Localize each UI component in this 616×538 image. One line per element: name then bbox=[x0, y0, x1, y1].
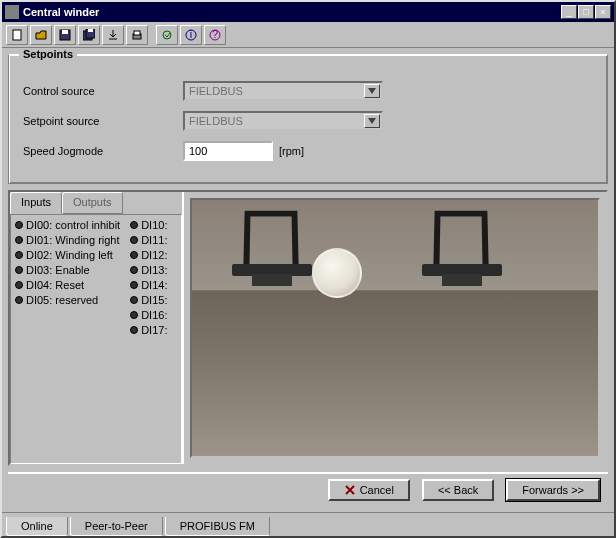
status-dot-icon bbox=[130, 236, 138, 244]
preview-image bbox=[190, 198, 600, 458]
setpoints-group: Setpoints Control source FIELDBUS Setpoi… bbox=[8, 54, 608, 184]
list-item: DI05: reserved bbox=[15, 294, 120, 306]
io-panel: Inputs Outputs DI00: control inhibit DI0… bbox=[10, 192, 184, 464]
io-body: DI00: control inhibit DI01: Winding righ… bbox=[10, 214, 182, 464]
list-item: DI15: bbox=[130, 294, 167, 306]
cancel-button[interactable]: Cancel bbox=[328, 479, 410, 501]
toolbar: i ? bbox=[2, 22, 614, 48]
setpoint-source-value: FIELDBUS bbox=[189, 115, 243, 127]
chevron-down-icon bbox=[364, 114, 380, 128]
svg-point-8 bbox=[163, 31, 171, 39]
maximize-button[interactable]: □ bbox=[578, 5, 594, 19]
control-source-select[interactable]: FIELDBUS bbox=[183, 81, 383, 101]
io-col-right: DI10: DI11: DI12: DI13: DI14: DI15: DI16… bbox=[130, 219, 167, 459]
list-item: DI16: bbox=[130, 309, 167, 321]
help-icon[interactable]: ? bbox=[204, 25, 226, 45]
lower-panel: Inputs Outputs DI00: control inhibit DI0… bbox=[8, 190, 608, 466]
speed-jogmode-label: Speed Jogmode bbox=[23, 145, 183, 157]
svg-rect-5 bbox=[88, 29, 93, 32]
speed-jogmode-row: Speed Jogmode 100 [rpm] bbox=[23, 139, 593, 163]
setpoint-source-row: Setpoint source FIELDBUS bbox=[23, 109, 593, 133]
speed-jogmode-input[interactable]: 100 bbox=[183, 141, 273, 161]
tab-outputs[interactable]: Outputs bbox=[62, 192, 123, 214]
status-dot-icon bbox=[15, 296, 23, 304]
cancel-icon bbox=[344, 484, 356, 496]
svg-rect-2 bbox=[62, 30, 68, 34]
save-icon[interactable] bbox=[54, 25, 76, 45]
winder-right-graphic bbox=[422, 206, 502, 306]
status-dot-icon bbox=[15, 251, 23, 259]
list-item: DI14: bbox=[130, 279, 167, 291]
io-tab-strip: Inputs Outputs bbox=[10, 192, 182, 214]
open-icon[interactable] bbox=[30, 25, 52, 45]
setpoint-source-label: Setpoint source bbox=[23, 115, 183, 127]
status-dot-icon bbox=[15, 221, 23, 229]
status-dot-icon bbox=[15, 236, 23, 244]
content-area: Setpoints Control source FIELDBUS Setpoi… bbox=[2, 48, 614, 512]
svg-text:i: i bbox=[190, 29, 192, 40]
status-dot-icon bbox=[130, 221, 138, 229]
list-item: DI02: Winding left bbox=[15, 249, 120, 261]
download-icon[interactable] bbox=[102, 25, 124, 45]
window-controls: _ □ × bbox=[561, 5, 611, 19]
status-dot-icon bbox=[130, 296, 138, 304]
window-title: Central winder bbox=[23, 6, 561, 18]
svg-rect-0 bbox=[13, 30, 21, 40]
speed-jogmode-value: 100 bbox=[189, 145, 207, 157]
wizard-nav: Cancel << Back Forwards >> bbox=[8, 472, 608, 506]
status-dot-icon bbox=[130, 326, 138, 334]
control-source-label: Control source bbox=[23, 85, 183, 97]
status-dot-icon bbox=[130, 281, 138, 289]
tab-peer-to-peer[interactable]: Peer-to-Peer bbox=[70, 517, 163, 536]
list-item: DI01: Winding right bbox=[15, 234, 120, 246]
winder-left-graphic bbox=[232, 206, 312, 306]
list-item: DI10: bbox=[130, 219, 167, 231]
tab-inputs[interactable]: Inputs bbox=[10, 192, 62, 214]
list-item: DI04: Reset bbox=[15, 279, 120, 291]
back-button[interactable]: << Back bbox=[422, 479, 494, 501]
status-dot-icon bbox=[130, 251, 138, 259]
list-item: DI00: control inhibit bbox=[15, 219, 120, 231]
diagnostics-icon[interactable] bbox=[156, 25, 178, 45]
reel-graphic bbox=[312, 248, 362, 298]
app-icon bbox=[5, 5, 19, 19]
close-button[interactable]: × bbox=[595, 5, 611, 19]
svg-rect-7 bbox=[134, 31, 140, 35]
io-col-left: DI00: control inhibit DI01: Winding righ… bbox=[15, 219, 120, 459]
list-item: DI03: Enable bbox=[15, 264, 120, 276]
speed-unit-label: [rpm] bbox=[279, 145, 304, 157]
titlebar: Central winder _ □ × bbox=[2, 2, 614, 22]
setpoint-source-select[interactable]: FIELDBUS bbox=[183, 111, 383, 131]
setpoints-legend: Setpoints bbox=[19, 48, 77, 60]
status-dot-icon bbox=[15, 266, 23, 274]
status-dot-icon bbox=[130, 311, 138, 319]
control-source-row: Control source FIELDBUS bbox=[23, 79, 593, 103]
svg-text:?: ? bbox=[212, 29, 218, 40]
application-window: Central winder _ □ × i ? Setpoints Contr… bbox=[0, 0, 616, 538]
forward-button[interactable]: Forwards >> bbox=[506, 479, 600, 501]
list-item: DI17: bbox=[130, 324, 167, 336]
new-icon[interactable] bbox=[6, 25, 28, 45]
list-item: DI12: bbox=[130, 249, 167, 261]
chevron-down-icon bbox=[364, 84, 380, 98]
status-dot-icon bbox=[15, 281, 23, 289]
tab-profibus[interactable]: PROFIBUS FM bbox=[165, 517, 270, 536]
print-icon[interactable] bbox=[126, 25, 148, 45]
info-icon[interactable]: i bbox=[180, 25, 202, 45]
status-dot-icon bbox=[130, 266, 138, 274]
list-item: DI13: bbox=[130, 264, 167, 276]
list-item: DI11: bbox=[130, 234, 167, 246]
bottom-tab-strip: Online Peer-to-Peer PROFIBUS FM bbox=[2, 512, 614, 536]
save-all-icon[interactable] bbox=[78, 25, 100, 45]
tab-online[interactable]: Online bbox=[6, 517, 68, 536]
control-source-value: FIELDBUS bbox=[189, 85, 243, 97]
minimize-button[interactable]: _ bbox=[561, 5, 577, 19]
